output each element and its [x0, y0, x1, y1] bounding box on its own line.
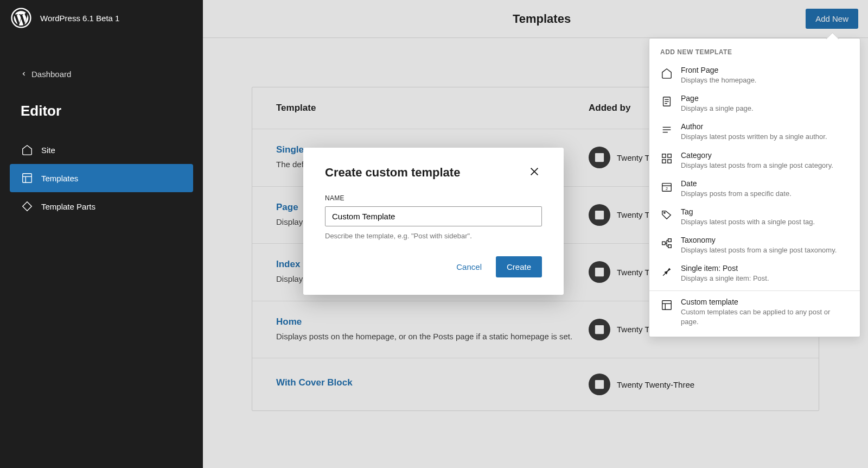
wordpress-logo-icon[interactable]: [11, 8, 31, 28]
popover-item-title: Taxonomy: [681, 236, 849, 244]
svg-rect-1: [23, 174, 32, 183]
home-icon: [21, 143, 34, 156]
close-icon: [528, 166, 540, 180]
popover-item-custom-template[interactable]: Custom template Custom templates can be …: [649, 293, 860, 331]
popover-item[interactable]: Taxonomy Displays latest posts from a si…: [649, 231, 860, 260]
nav-items: Site Templates Template Parts: [0, 130, 203, 226]
svg-rect-35: [668, 239, 672, 242]
popover-item-desc: Displays latest posts from a single post…: [681, 245, 849, 255]
svg-text:2: 2: [666, 186, 668, 191]
popover-item-title: Date: [681, 179, 849, 188]
layout-icon: [21, 172, 34, 185]
help-text: Describe the template, e.g. "Post with s…: [325, 232, 542, 240]
sidebar-item-label: Site: [41, 146, 55, 155]
page-icon: [660, 95, 673, 108]
tag-icon: [660, 208, 673, 222]
popover-item-title: Tag: [681, 207, 849, 216]
svg-rect-26: [662, 154, 666, 157]
chevron-left-icon: [21, 69, 27, 79]
create-button[interactable]: Create: [496, 256, 542, 277]
modal-title: Create custom template: [325, 166, 460, 180]
popover-item-desc: Displays a single item: Post.: [681, 274, 849, 283]
popover-item-desc: Custom templates can be applied to any p…: [681, 307, 849, 327]
sidebar-item-label: Templates: [41, 174, 78, 183]
popover-item[interactable]: Author Displays latest posts written by …: [649, 118, 860, 146]
date-icon: 2: [660, 180, 673, 193]
popover-item-desc: Displays latest posts from a single post…: [681, 161, 849, 170]
popover-heading: ADD NEW TEMPLATE: [649, 39, 860, 61]
svg-rect-36: [668, 245, 672, 248]
editor-heading: Editor: [0, 92, 203, 130]
diamond-icon: [21, 200, 34, 213]
svg-point-33: [664, 212, 665, 213]
popover-item-desc: Displays latest posts written by a singl…: [681, 132, 849, 142]
sidebar-item-label: Template Parts: [41, 202, 95, 211]
pin-icon: [660, 265, 673, 278]
svg-rect-28: [662, 159, 666, 162]
site-title: WordPress 6.1 Beta 1: [40, 14, 119, 23]
popover-separator: [649, 290, 860, 291]
popover-item-title: Page: [681, 94, 849, 103]
template-name-input[interactable]: [325, 206, 542, 226]
svg-rect-29: [668, 159, 671, 162]
sidebar-item-site[interactable]: Site: [10, 136, 193, 164]
cancel-button[interactable]: Cancel: [448, 256, 490, 277]
sidebar: WordPress 6.1 Beta 1 Dashboard Editor Si…: [0, 0, 203, 468]
sidebar-item-template-parts[interactable]: Template Parts: [10, 192, 193, 220]
author-icon: [660, 123, 673, 136]
popover-item[interactable]: Page Displays a single page.: [649, 90, 860, 118]
svg-rect-37: [662, 300, 672, 309]
category-icon: [660, 152, 673, 165]
popover-item-desc: Displays latest posts with a single post…: [681, 217, 849, 227]
dashboard-back-link[interactable]: Dashboard: [0, 62, 203, 86]
svg-rect-27: [668, 154, 671, 157]
popover-item-desc: Displays posts from a specific date.: [681, 189, 849, 199]
popover-item-desc: Displays the homepage.: [681, 75, 849, 85]
add-new-template-popover: ADD NEW TEMPLATE Front Page Displays the…: [649, 38, 860, 337]
close-button[interactable]: [527, 165, 542, 180]
layout-icon: [660, 299, 673, 312]
home-icon: [660, 67, 673, 80]
name-field-label: NAME: [325, 194, 542, 202]
popover-item-title: Author: [681, 122, 849, 131]
popover-item[interactable]: Tag Displays latest posts with a single …: [649, 203, 860, 231]
popover-item-title: Front Page: [681, 66, 849, 74]
popover-item[interactable]: Category Displays latest posts from a si…: [649, 147, 860, 175]
popover-item-title: Category: [681, 151, 849, 160]
popover-item-title: Custom template: [681, 298, 849, 306]
create-custom-template-modal: Create custom template NAME Describe the…: [303, 148, 564, 295]
popover-item[interactable]: Front Page Displays the homepage.: [649, 61, 860, 90]
popover-item-title: Single item: Post: [681, 264, 849, 273]
svg-rect-34: [662, 242, 666, 245]
taxonomy-icon: [660, 237, 673, 250]
popover-item-desc: Displays a single page.: [681, 104, 849, 113]
sidebar-header: WordPress 6.1 Beta 1: [0, 0, 203, 36]
sidebar-item-templates[interactable]: Templates: [10, 164, 193, 192]
popover-item[interactable]: Single item: Post Displays a single item…: [649, 260, 860, 288]
dashboard-label: Dashboard: [31, 69, 71, 79]
popover-item[interactable]: 2 Date Displays posts from a specific da…: [649, 175, 860, 203]
